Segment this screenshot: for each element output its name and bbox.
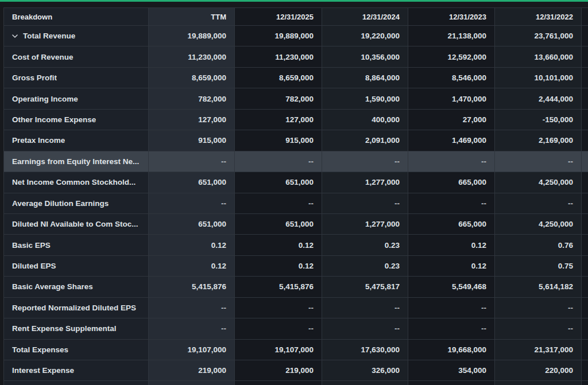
row-label-cell: Basic Average Shares xyxy=(4,277,149,297)
row-label-cell: Net Income Common Stockhold... xyxy=(4,172,149,193)
row-label-cell: Reported Normalized Diluted EPS xyxy=(4,298,149,318)
table-row[interactable]: Operating Income 782,000 782,000 1,590,0… xyxy=(4,88,588,109)
cell-2022: 5,614,182 xyxy=(495,277,582,297)
cell-edge-sliver xyxy=(582,110,588,130)
cell-ttm: 19,889,000 xyxy=(149,26,235,46)
table-row[interactable]: Average Dilution Earnings -- -- -- -- -- xyxy=(4,193,588,214)
cell-2022: 220,000 xyxy=(495,360,582,381)
income-statement-table: BreakdownTTM12/31/202512/31/202412/31/20… xyxy=(3,7,588,385)
cell-2022: 4,250,000 xyxy=(495,172,582,193)
row-label-cell: Earnings from Equity Interest Ne... xyxy=(4,151,149,172)
table-row[interactable]: Diluted NI Available to Com Stoc... 651,… xyxy=(4,214,588,235)
row-label: Basic Average Shares xyxy=(12,282,93,291)
cell-2023: 1,469,000 xyxy=(408,130,495,151)
cell-edge-sliver xyxy=(582,26,588,46)
cell-2022: -- xyxy=(495,193,582,214)
row-label: Rent Expense Supplemental xyxy=(12,324,117,333)
cell-2025: 19,107,000 xyxy=(235,340,322,360)
table-row-partial[interactable] xyxy=(4,381,588,385)
row-label: Interest Expense xyxy=(12,366,74,375)
row-label: Pretax Income xyxy=(12,136,65,145)
cell-2024: 10,356,000 xyxy=(322,46,408,67)
cell-2025: 5,415,876 xyxy=(235,277,322,297)
cell-2025: 0.12 xyxy=(235,256,322,277)
cell-2025: 651,000 xyxy=(235,214,322,235)
cell-2023: -- xyxy=(408,151,495,172)
chevron-down-icon[interactable] xyxy=(10,32,20,41)
row-label: Other Income Expense xyxy=(12,115,96,124)
cell-2022: 13,660,000 xyxy=(495,46,582,67)
cell-ttm: 0.12 xyxy=(149,256,235,277)
cell-ttm: -- xyxy=(149,318,235,339)
column-header: 12/31/2025 xyxy=(235,8,322,26)
cell-2025: -- xyxy=(235,318,322,339)
cell-ttm: -- xyxy=(149,193,235,214)
row-label: Total Revenue xyxy=(23,32,75,40)
cell-2022: 2,169,000 xyxy=(495,130,582,151)
column-header: 12/31/2023 xyxy=(408,8,495,26)
row-label: Operating Income xyxy=(12,95,78,103)
cell-2025: 19,889,000 xyxy=(235,26,322,46)
cell-ttm: 0.12 xyxy=(149,235,235,255)
cell-ttm xyxy=(149,381,235,385)
cell-edge-sliver xyxy=(582,277,588,297)
table-row[interactable]: Earnings from Equity Interest Ne... -- -… xyxy=(4,151,588,172)
cell-2024: 326,000 xyxy=(322,360,408,381)
cell-2023: 665,000 xyxy=(408,214,495,235)
cell-ttm: 915,000 xyxy=(149,130,235,151)
table-row[interactable]: Cost of Revenue 11,230,000 11,230,000 10… xyxy=(4,46,588,67)
cell-edge-sliver xyxy=(582,298,588,318)
cell-2022: -150,000 xyxy=(495,110,582,130)
cell-2025: 915,000 xyxy=(235,130,322,151)
cell-ttm: 127,000 xyxy=(149,110,235,130)
table-row[interactable]: Basic EPS 0.12 0.12 0.23 0.12 0.76 xyxy=(4,235,588,255)
cell-2023: 21,138,000 xyxy=(408,26,495,46)
cell-2023: 0.12 xyxy=(408,256,495,277)
accent-bar xyxy=(0,0,588,2)
cell-ttm: -- xyxy=(149,298,235,318)
row-label-cell: Pretax Income xyxy=(4,130,149,151)
cell-2025 xyxy=(235,381,322,385)
table-row[interactable]: Diluted EPS 0.12 0.12 0.23 0.12 0.75 xyxy=(4,256,588,277)
cell-ttm: 19,107,000 xyxy=(149,340,235,360)
table-row[interactable]: Rent Expense Supplemental -- -- -- -- -- xyxy=(4,318,588,339)
table-row[interactable]: Basic Average Shares 5,415,876 5,415,876… xyxy=(4,277,588,297)
cell-2024: -- xyxy=(322,151,408,172)
cell-2024 xyxy=(322,381,408,385)
cell-2025: -- xyxy=(235,151,322,172)
table-row[interactable]: Pretax Income 915,000 915,000 2,091,000 … xyxy=(4,130,588,151)
cell-2023: -- xyxy=(408,193,495,214)
row-label: Basic EPS xyxy=(12,241,51,250)
cell-ttm: 782,000 xyxy=(149,88,235,109)
table-row[interactable]: Gross Profit 8,659,000 8,659,000 8,864,0… xyxy=(4,68,588,88)
cell-2025: 782,000 xyxy=(235,88,322,109)
cell-2023: 19,668,000 xyxy=(408,340,495,360)
row-label-cell: Rent Expense Supplemental xyxy=(4,318,149,339)
column-header: TTM xyxy=(149,8,235,26)
cell-2022: -- xyxy=(495,318,582,339)
cell-2025: -- xyxy=(235,193,322,214)
cell-edge-sliver xyxy=(582,151,588,172)
table-row[interactable]: Total Expenses 19,107,000 19,107,000 17,… xyxy=(4,340,588,360)
row-label: Average Dilution Earnings xyxy=(12,199,109,208)
cell-2024: 8,864,000 xyxy=(322,68,408,88)
cell-2024: 1,277,000 xyxy=(322,172,408,193)
cell-2024: 0.23 xyxy=(322,235,408,255)
cell-2025: 8,659,000 xyxy=(235,68,322,88)
cell-2023: 0.12 xyxy=(408,235,495,255)
cell-2022: 0.76 xyxy=(495,235,582,255)
cell-2024: -- xyxy=(322,193,408,214)
cell-2023: -- xyxy=(408,318,495,339)
table-row[interactable]: Reported Normalized Diluted EPS -- -- --… xyxy=(4,298,588,318)
row-label-cell: Operating Income xyxy=(4,88,149,109)
table-row[interactable]: Other Income Expense 127,000 127,000 400… xyxy=(4,110,588,130)
row-label: Gross Profit xyxy=(12,73,57,82)
row-label: Total Expenses xyxy=(12,345,68,354)
row-label-cell: Gross Profit xyxy=(4,68,149,88)
cell-2022: 0.75 xyxy=(495,256,582,277)
cell-2025: 11,230,000 xyxy=(235,46,322,67)
cell-2022: -- xyxy=(495,298,582,318)
table-row[interactable]: Interest Expense 219,000 219,000 326,000… xyxy=(4,360,588,381)
table-row[interactable]: Total Revenue 19,889,000 19,889,000 19,2… xyxy=(4,26,588,46)
table-row[interactable]: Net Income Common Stockhold... 651,000 6… xyxy=(4,172,588,193)
